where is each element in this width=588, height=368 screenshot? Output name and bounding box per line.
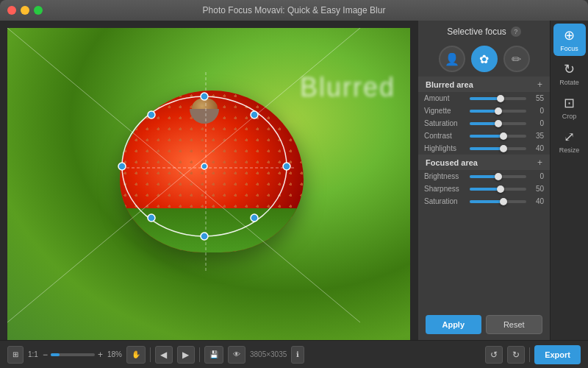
saturation-f-value: 40 (529, 197, 544, 205)
amount-label: Amount (424, 94, 467, 102)
prev-button[interactable]: ◀ (155, 346, 173, 364)
focused-sliders-container: Brightness 0 Sharpness 50 (418, 170, 550, 208)
focus-tool-button[interactable]: ⊕ Focus (553, 24, 586, 56)
info-icon: ℹ (296, 350, 299, 358)
contrast-label: Contrast (424, 132, 467, 140)
saturation-f-slider-row: Saturation 40 (418, 195, 550, 208)
blurred-area-add-icon[interactable]: + (537, 79, 542, 90)
contrast-value: 35 (529, 132, 544, 140)
help-icon[interactable]: ? (511, 26, 521, 37)
focus-icon: ⊕ (564, 27, 575, 43)
snail-body (190, 109, 219, 124)
contrast-track[interactable] (470, 135, 526, 138)
highlights-label: Highlights (424, 144, 467, 152)
snail (186, 98, 226, 124)
sharpness-track[interactable] (470, 188, 526, 191)
chevron-right-icon: ▶ (182, 350, 189, 360)
saturation-f-label: Saturation (424, 197, 467, 205)
saturation-f-track[interactable] (470, 200, 526, 203)
rotate-icon: ↻ (564, 61, 575, 77)
rotate-tool-button[interactable]: ↻ Rotate (553, 57, 586, 90)
export-button[interactable]: Export (534, 345, 581, 364)
crop-tool-button[interactable]: ⊡ Crop (553, 91, 586, 124)
canvas-area[interactable]: Blurred (0, 21, 417, 340)
view-button[interactable]: 👁 (228, 346, 245, 364)
flower-icon: ✿ (479, 52, 489, 66)
image-dimensions: 3805×3035 (250, 350, 287, 358)
resize-icon: ⤢ (564, 129, 575, 145)
amount-value: 55 (529, 94, 544, 102)
zoom-slider[interactable] (51, 353, 95, 356)
vignette-value: 0 (529, 107, 544, 115)
saturation-b-label: Saturation (424, 119, 467, 127)
main-content: Blurred Selective focus ? 👤 ✿ ✏ (0, 21, 588, 340)
blurred-area-section-header: Blurred area + (418, 77, 550, 92)
canvas-image: Blurred (7, 28, 410, 340)
save-icon: 💾 (209, 350, 218, 358)
crop-tool-label: Crop (562, 113, 577, 120)
saturation-b-track[interactable] (470, 122, 526, 125)
amount-slider-row: Amount 55 (418, 92, 550, 105)
brightness-slider-row: Brightness 0 (418, 170, 550, 183)
eye-icon: 👁 (233, 350, 240, 358)
separator-2 (199, 347, 200, 362)
undo-button[interactable]: ↺ (485, 346, 503, 364)
focused-area-section-header: Focused area + (418, 155, 550, 170)
highlights-value: 40 (529, 144, 544, 152)
vignette-label: Vignette (424, 107, 467, 115)
panel-header: Selective focus ? (418, 21, 550, 41)
right-sidebar: Selective focus ? 👤 ✿ ✏ Blurred area + (417, 21, 550, 340)
title-bar: Photo Focus Movavi: Quick & Easy Image B… (0, 0, 588, 21)
apply-button[interactable]: Apply (426, 315, 481, 334)
save-button[interactable]: 💾 (204, 346, 223, 364)
zoom-plus-icon[interactable]: + (98, 350, 103, 360)
sharpness-value: 50 (529, 185, 544, 193)
selective-focus-label: Selective focus (447, 26, 506, 37)
focused-area-title: Focused area (426, 158, 478, 167)
highlights-track[interactable] (470, 147, 526, 150)
info-button[interactable]: ℹ (291, 346, 304, 364)
sharpness-label: Sharpness (424, 185, 467, 193)
redo-button[interactable]: ↻ (507, 346, 525, 364)
blurred-area-title: Blurred area (426, 80, 473, 89)
selective-focus-panel: Selective focus ? 👤 ✿ ✏ Blurred area + (418, 21, 550, 340)
separator-3 (529, 347, 530, 362)
amount-track[interactable] (470, 97, 526, 100)
saturation-b-slider-row: Saturation 0 (418, 117, 550, 130)
zoom-ratio: 1:1 (28, 350, 38, 358)
separator-1 (150, 347, 151, 362)
action-buttons: Apply Reset (418, 309, 550, 340)
minimize-button[interactable] (21, 6, 29, 15)
pan-tool-button[interactable]: ✋ (126, 346, 146, 364)
brightness-value: 0 (529, 172, 544, 180)
highlights-slider-row: Highlights 40 (418, 142, 550, 155)
focus-tool-label: Focus (560, 45, 578, 52)
right-toolbar: ⊕ Focus ↻ Rotate ⊡ Crop ⤢ Resize (550, 21, 588, 340)
window-controls (7, 6, 43, 15)
reset-button[interactable]: Reset (486, 315, 543, 334)
resize-tool-button[interactable]: ⤢ Resize (553, 125, 586, 158)
zoom-control: − + (43, 350, 103, 360)
rotate-tool-label: Rotate (559, 79, 579, 86)
maximize-button[interactable] (34, 6, 43, 15)
view-size-button[interactable]: ⊞ (7, 346, 24, 364)
close-button[interactable] (7, 6, 16, 15)
hand-icon: ✋ (132, 350, 140, 358)
next-button[interactable]: ▶ (177, 346, 195, 364)
chevron-left-icon: ◀ (160, 350, 167, 360)
focused-area-add-icon[interactable]: + (537, 158, 542, 168)
brightness-track[interactable] (470, 175, 526, 178)
portrait-mode-button[interactable]: 👤 (439, 46, 465, 72)
undo-icon: ↺ (490, 350, 498, 360)
blurred-sliders-container: Amount 55 Vignette 0 (418, 92, 550, 155)
bottom-toolbar: ⊞ 1:1 − + 18% ✋ ◀ ▶ 💾 👁 3805×3035 ℹ ↺ (0, 340, 588, 368)
zoom-minus-icon[interactable]: − (43, 350, 48, 360)
flower-mode-button[interactable]: ✿ (471, 46, 498, 72)
resize-tool-label: Resize (559, 146, 580, 154)
saturation-b-value: 0 (529, 119, 544, 127)
contrast-slider-row: Contrast 35 (418, 130, 550, 142)
edit-mode-button[interactable]: ✏ (503, 46, 530, 72)
subject-strawberry (120, 91, 304, 252)
vignette-track[interactable] (470, 110, 526, 113)
zoom-percent: 18% (107, 350, 122, 358)
